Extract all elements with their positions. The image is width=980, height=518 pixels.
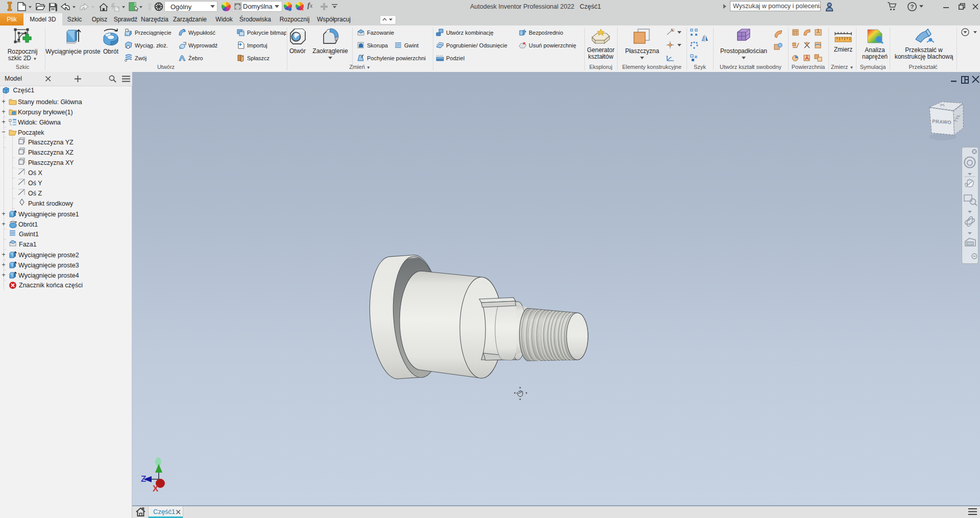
svg-text:Z: Z xyxy=(141,474,146,484)
svg-text:?: ? xyxy=(910,4,914,10)
svg-text:X: X xyxy=(153,484,159,494)
